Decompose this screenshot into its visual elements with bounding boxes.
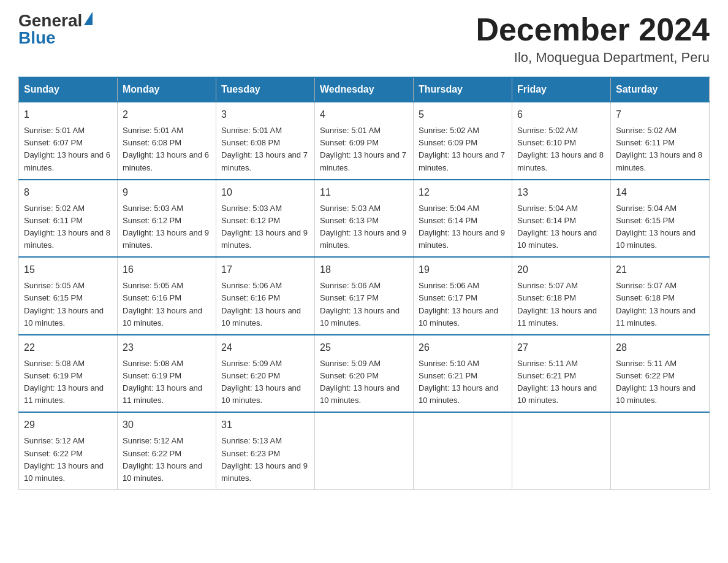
day-info: Sunrise: 5:12 AMSunset: 6:22 PMDaylight:… xyxy=(123,435,211,484)
table-row: 11Sunrise: 5:03 AMSunset: 6:13 PMDayligh… xyxy=(315,180,414,258)
table-row: 12Sunrise: 5:04 AMSunset: 6:14 PMDayligh… xyxy=(414,180,512,258)
day-info: Sunrise: 5:01 AMSunset: 6:09 PMDaylight:… xyxy=(320,124,408,174)
table-row: 15Sunrise: 5:05 AMSunset: 6:15 PMDayligh… xyxy=(19,257,118,335)
logo-row: General xyxy=(18,12,93,29)
day-number: 16 xyxy=(123,262,211,277)
day-number: 9 xyxy=(123,185,211,200)
col-wednesday: Wednesday xyxy=(315,77,414,102)
day-info: Sunrise: 5:02 AMSunset: 6:11 PMDaylight:… xyxy=(616,124,704,174)
title-section: December 2024 Ilo, Moquegua Department, … xyxy=(476,12,710,66)
logo-general-text: General xyxy=(18,12,82,29)
table-row: 18Sunrise: 5:06 AMSunset: 6:17 PMDayligh… xyxy=(315,257,414,335)
table-row xyxy=(315,412,414,489)
table-row: 17Sunrise: 5:06 AMSunset: 6:16 PMDayligh… xyxy=(216,257,315,335)
day-info: Sunrise: 5:05 AMSunset: 6:16 PMDaylight:… xyxy=(123,280,211,329)
table-row: 23Sunrise: 5:08 AMSunset: 6:19 PMDayligh… xyxy=(118,335,216,413)
day-info: Sunrise: 5:11 AMSunset: 6:22 PMDaylight:… xyxy=(616,358,704,407)
table-row: 4Sunrise: 5:01 AMSunset: 6:09 PMDaylight… xyxy=(315,102,414,180)
day-info: Sunrise: 5:08 AMSunset: 6:19 PMDaylight:… xyxy=(123,358,211,407)
day-info: Sunrise: 5:03 AMSunset: 6:12 PMDaylight:… xyxy=(123,202,211,252)
day-number: 8 xyxy=(24,185,112,200)
table-row: 14Sunrise: 5:04 AMSunset: 6:15 PMDayligh… xyxy=(611,180,710,258)
day-number: 20 xyxy=(517,262,605,277)
day-number: 14 xyxy=(616,185,704,200)
day-number: 10 xyxy=(221,185,309,200)
calendar-week-row: 1Sunrise: 5:01 AMSunset: 6:07 PMDaylight… xyxy=(19,102,710,180)
day-info: Sunrise: 5:03 AMSunset: 6:13 PMDaylight:… xyxy=(320,202,408,252)
table-row: 27Sunrise: 5:11 AMSunset: 6:21 PMDayligh… xyxy=(512,335,611,413)
day-number: 23 xyxy=(123,340,211,355)
table-row: 1Sunrise: 5:01 AMSunset: 6:07 PMDaylight… xyxy=(19,102,118,180)
logo: General Blue xyxy=(18,12,93,47)
day-number: 29 xyxy=(24,418,112,432)
day-number: 24 xyxy=(221,340,309,355)
table-row: 7Sunrise: 5:02 AMSunset: 6:11 PMDaylight… xyxy=(611,102,710,180)
day-number: 7 xyxy=(616,107,704,122)
day-info: Sunrise: 5:01 AMSunset: 6:07 PMDaylight:… xyxy=(24,124,112,174)
table-row: 26Sunrise: 5:10 AMSunset: 6:21 PMDayligh… xyxy=(414,335,512,413)
day-number: 19 xyxy=(419,262,507,277)
table-row xyxy=(414,412,512,489)
logo-triangle-icon xyxy=(84,12,93,25)
table-row: 30Sunrise: 5:12 AMSunset: 6:22 PMDayligh… xyxy=(118,412,216,489)
day-info: Sunrise: 5:12 AMSunset: 6:22 PMDaylight:… xyxy=(24,435,112,484)
table-row: 22Sunrise: 5:08 AMSunset: 6:19 PMDayligh… xyxy=(19,335,118,413)
calendar-week-row: 8Sunrise: 5:02 AMSunset: 6:11 PMDaylight… xyxy=(19,180,710,258)
calendar-week-row: 15Sunrise: 5:05 AMSunset: 6:15 PMDayligh… xyxy=(19,257,710,335)
day-info: Sunrise: 5:09 AMSunset: 6:20 PMDaylight:… xyxy=(221,358,309,407)
table-row: 25Sunrise: 5:09 AMSunset: 6:20 PMDayligh… xyxy=(315,335,414,413)
table-row: 28Sunrise: 5:11 AMSunset: 6:22 PMDayligh… xyxy=(611,335,710,413)
day-info: Sunrise: 5:07 AMSunset: 6:18 PMDaylight:… xyxy=(517,280,605,329)
table-row xyxy=(512,412,611,489)
day-number: 2 xyxy=(123,107,211,122)
day-number: 27 xyxy=(517,340,605,355)
day-info: Sunrise: 5:07 AMSunset: 6:18 PMDaylight:… xyxy=(616,280,704,329)
day-number: 21 xyxy=(616,262,704,277)
day-number: 1 xyxy=(24,107,112,122)
location-title: Ilo, Moquegua Department, Peru xyxy=(476,50,710,66)
day-number: 26 xyxy=(419,340,507,355)
day-number: 31 xyxy=(221,418,309,432)
table-row: 29Sunrise: 5:12 AMSunset: 6:22 PMDayligh… xyxy=(19,412,118,489)
day-info: Sunrise: 5:13 AMSunset: 6:23 PMDaylight:… xyxy=(221,435,309,484)
day-info: Sunrise: 5:01 AMSunset: 6:08 PMDaylight:… xyxy=(123,124,211,174)
table-row xyxy=(611,412,710,489)
col-friday: Friday xyxy=(512,77,611,102)
table-row: 13Sunrise: 5:04 AMSunset: 6:14 PMDayligh… xyxy=(512,180,611,258)
table-row: 8Sunrise: 5:02 AMSunset: 6:11 PMDaylight… xyxy=(19,180,118,258)
page-header: General Blue December 2024 Ilo, Moquegua… xyxy=(18,12,710,66)
day-info: Sunrise: 5:03 AMSunset: 6:12 PMDaylight:… xyxy=(221,202,309,252)
day-number: 28 xyxy=(616,340,704,355)
table-row: 10Sunrise: 5:03 AMSunset: 6:12 PMDayligh… xyxy=(216,180,315,258)
day-info: Sunrise: 5:06 AMSunset: 6:17 PMDaylight:… xyxy=(419,280,507,329)
table-row: 24Sunrise: 5:09 AMSunset: 6:20 PMDayligh… xyxy=(216,335,315,413)
day-number: 6 xyxy=(517,107,605,122)
col-saturday: Saturday xyxy=(611,77,710,102)
table-row: 5Sunrise: 5:02 AMSunset: 6:09 PMDaylight… xyxy=(414,102,512,180)
day-info: Sunrise: 5:11 AMSunset: 6:21 PMDaylight:… xyxy=(517,358,605,407)
table-row: 9Sunrise: 5:03 AMSunset: 6:12 PMDaylight… xyxy=(118,180,216,258)
day-info: Sunrise: 5:02 AMSunset: 6:09 PMDaylight:… xyxy=(419,124,507,174)
day-number: 5 xyxy=(419,107,507,122)
day-info: Sunrise: 5:02 AMSunset: 6:11 PMDaylight:… xyxy=(24,202,112,252)
day-number: 18 xyxy=(320,262,408,277)
table-row: 31Sunrise: 5:13 AMSunset: 6:23 PMDayligh… xyxy=(216,412,315,489)
table-row: 2Sunrise: 5:01 AMSunset: 6:08 PMDaylight… xyxy=(118,102,216,180)
table-row: 20Sunrise: 5:07 AMSunset: 6:18 PMDayligh… xyxy=(512,257,611,335)
day-info: Sunrise: 5:04 AMSunset: 6:15 PMDaylight:… xyxy=(616,202,704,252)
day-number: 13 xyxy=(517,185,605,200)
calendar-week-row: 22Sunrise: 5:08 AMSunset: 6:19 PMDayligh… xyxy=(19,335,710,413)
day-info: Sunrise: 5:04 AMSunset: 6:14 PMDaylight:… xyxy=(419,202,507,252)
day-info: Sunrise: 5:05 AMSunset: 6:15 PMDaylight:… xyxy=(24,280,112,329)
day-number: 3 xyxy=(221,107,309,122)
day-info: Sunrise: 5:08 AMSunset: 6:19 PMDaylight:… xyxy=(24,358,112,407)
col-sunday: Sunday xyxy=(19,77,118,102)
day-info: Sunrise: 5:06 AMSunset: 6:16 PMDaylight:… xyxy=(221,280,309,329)
col-monday: Monday xyxy=(118,77,216,102)
day-number: 17 xyxy=(221,262,309,277)
day-info: Sunrise: 5:01 AMSunset: 6:08 PMDaylight:… xyxy=(221,124,309,174)
calendar-week-row: 29Sunrise: 5:12 AMSunset: 6:22 PMDayligh… xyxy=(19,412,710,489)
day-info: Sunrise: 5:04 AMSunset: 6:14 PMDaylight:… xyxy=(517,202,605,252)
day-number: 25 xyxy=(320,340,408,355)
day-number: 15 xyxy=(24,262,112,277)
